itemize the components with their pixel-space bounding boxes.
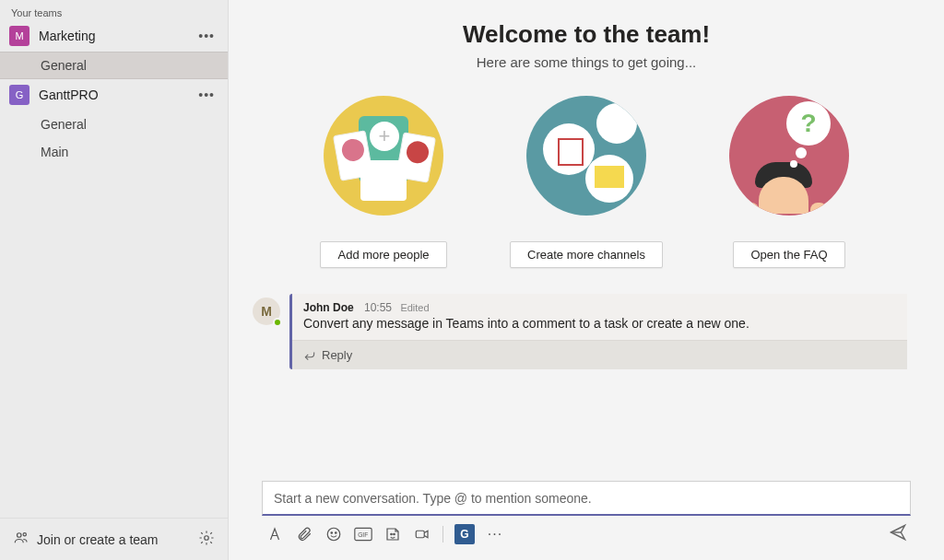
ganttpro-app-button[interactable]: G [454, 524, 475, 544]
sidebar: Your teams M Marketing ••• General G Gan… [0, 0, 229, 560]
message-time: 10:55 [364, 301, 392, 314]
svg-point-5 [336, 532, 337, 534]
create-channels-illustration [526, 96, 646, 216]
emoji-icon[interactable] [324, 525, 343, 543]
join-team-icon [13, 530, 30, 550]
reply-label: Reply [322, 348, 352, 362]
reply-button[interactable]: Reply [292, 340, 907, 369]
message-meta: John Doe 10:55 Edited [303, 301, 896, 314]
channel-label: Main [41, 145, 68, 159]
svg-point-1 [23, 532, 26, 535]
team-avatar-ganttpro: G [9, 85, 30, 105]
more-apps-icon[interactable]: ··· [486, 525, 504, 543]
presence-available-icon [273, 318, 282, 327]
svg-point-2 [205, 535, 209, 540]
message-edited-label: Edited [400, 302, 429, 313]
create-more-channels-button[interactable]: Create more channels [510, 241, 663, 268]
format-icon[interactable] [266, 525, 284, 543]
more-icon[interactable]: ••• [195, 29, 218, 43]
message-avatar[interactable]: M [253, 298, 280, 325]
welcome-title: Welcome to the team! [229, 20, 944, 49]
team-avatar-marketing: M [9, 26, 30, 46]
welcome-section: Welcome to the team! Here are some thing… [229, 0, 944, 268]
message-body[interactable]: John Doe 10:55 Edited Convert any messag… [289, 294, 907, 369]
channel-general-ganttpro[interactable]: General [0, 111, 228, 138]
card-open-faq: ? Open the FAQ [706, 96, 872, 268]
message-text: Convert any message in Teams into a comm… [303, 316, 896, 338]
gear-icon[interactable] [198, 530, 215, 550]
sidebar-footer: Join or create a team [0, 518, 228, 560]
team-name: Marketing [39, 29, 195, 43]
sidebar-header: Your teams [0, 0, 228, 20]
compose-toolbar: GIF G ··· [262, 518, 911, 551]
reply-icon [303, 349, 316, 362]
more-icon[interactable]: ••• [195, 88, 218, 102]
compose-input[interactable] [262, 481, 911, 516]
attach-icon[interactable] [295, 525, 313, 543]
send-icon[interactable] [889, 523, 907, 545]
svg-point-3 [327, 528, 340, 541]
join-create-team[interactable]: Join or create a team [37, 532, 198, 547]
team-marketing[interactable]: M Marketing ••• [0, 20, 228, 52]
meet-now-icon[interactable] [413, 525, 431, 543]
add-more-people-button[interactable]: Add more people [320, 241, 446, 268]
svg-point-9 [394, 533, 395, 535]
sticker-icon[interactable] [384, 525, 402, 543]
gif-icon[interactable]: GIF [354, 525, 372, 543]
card-add-people: Add more people [301, 96, 466, 268]
channel-label: General [41, 58, 87, 73]
open-faq-button[interactable]: Open the FAQ [733, 241, 844, 268]
team-ganttpro[interactable]: G GanttPRO ••• [0, 79, 228, 111]
channel-main-ganttpro[interactable]: Main [0, 138, 228, 166]
message-block: M John Doe 10:55 Edited Convert any mess… [253, 294, 907, 369]
toolbar-divider [442, 526, 443, 542]
composer: GIF G ··· [229, 481, 944, 560]
welcome-subtitle: Here are some things to get going... [229, 54, 944, 70]
svg-text:GIF: GIF [358, 531, 368, 538]
svg-point-4 [331, 532, 333, 534]
svg-point-8 [391, 533, 393, 535]
svg-point-0 [18, 532, 22, 537]
message-author: John Doe [303, 301, 354, 314]
card-create-channels: Create more channels [503, 96, 669, 268]
team-name: GanttPRO [39, 88, 195, 102]
open-faq-illustration: ? [729, 96, 849, 216]
svg-rect-10 [416, 531, 424, 538]
avatar-initial: M [261, 304, 272, 319]
channel-general-marketing[interactable]: General [0, 52, 228, 79]
channel-label: General [41, 117, 87, 132]
main-panel: Welcome to the team! Here are some thing… [229, 0, 944, 560]
action-cards: Add more people Create more channels ? O… [229, 96, 944, 268]
add-people-illustration [324, 96, 443, 216]
